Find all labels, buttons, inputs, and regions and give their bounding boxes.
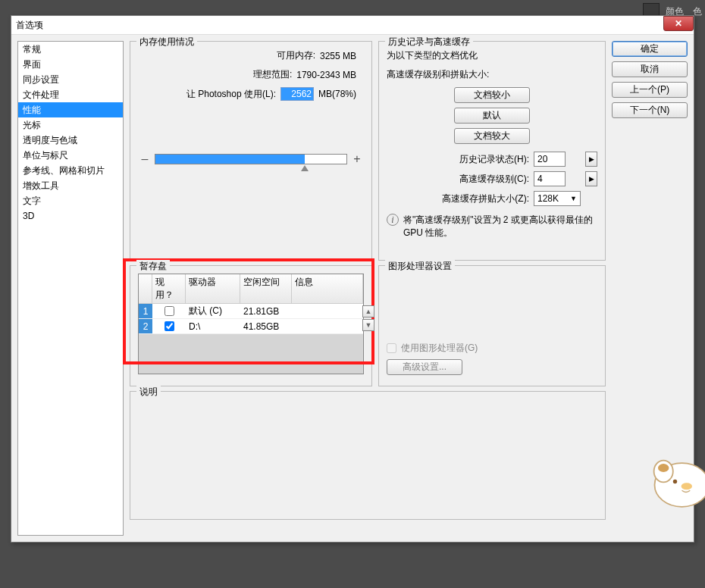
description-legend: 说明 bbox=[136, 386, 161, 399]
th-info[interactable]: 信息 bbox=[292, 274, 363, 303]
ok-button[interactable]: 确定 bbox=[612, 41, 688, 57]
row-number: 2 bbox=[139, 319, 152, 333]
table-row[interactable]: 2D:\41.85GB bbox=[139, 319, 363, 334]
cache-tile-value: 128K bbox=[537, 193, 559, 204]
row-space: 21.81GB bbox=[240, 306, 292, 317]
sidebar-item-11[interactable]: 3D bbox=[18, 208, 123, 224]
slider-fill bbox=[155, 155, 305, 164]
close-icon: ✕ bbox=[675, 18, 682, 29]
ideal-range-label: 理想范围: bbox=[253, 68, 292, 81]
move-down-button[interactable]: ▼ bbox=[362, 319, 374, 331]
memory-input[interactable] bbox=[280, 87, 314, 101]
history-states-spinner[interactable]: ▶ bbox=[585, 152, 597, 167]
chevron-down-icon: ▼ bbox=[570, 195, 577, 202]
th-active[interactable]: 现用？ bbox=[152, 274, 186, 303]
row-checkbox[interactable] bbox=[164, 306, 174, 316]
sidebar-item-7[interactable]: 单位与标尺 bbox=[18, 148, 123, 163]
cache-levels-label: 高速缓存级别(C): bbox=[387, 173, 529, 186]
available-ram-label: 可用内存: bbox=[277, 49, 315, 62]
slider-plus-icon[interactable]: + bbox=[352, 152, 362, 166]
row-space: 41.85GB bbox=[240, 321, 292, 332]
category-sidebar: 常规界面同步设置文件处理性能光标透明度与色域单位与标尺参考线、网格和切片增效工具… bbox=[17, 41, 124, 536]
move-up-button[interactable]: ▲ bbox=[362, 305, 374, 317]
scratch-disks-fieldset: 暂存盘 现用？ 驱动器 空闲空间 信息 1默认 (C)21.81GB2D:\41… bbox=[130, 265, 372, 386]
sidebar-item-3[interactable]: 文件处理 bbox=[18, 87, 123, 102]
cache-levels-spinner[interactable]: ▶ bbox=[585, 171, 597, 186]
sidebar-item-6[interactable]: 透明度与色域 bbox=[18, 133, 123, 148]
row-active-cell bbox=[152, 321, 186, 331]
available-ram-value: 3255 MB bbox=[320, 51, 356, 61]
history-states-label: 历史记录状态(H): bbox=[387, 153, 529, 166]
sidebar-item-1[interactable]: 界面 bbox=[18, 57, 123, 72]
gpu-legend: 图形处理器设置 bbox=[385, 260, 455, 273]
slider-minus-icon[interactable]: – bbox=[139, 152, 150, 166]
scratch-table: 现用？ 驱动器 空闲空间 信息 1默认 (C)21.81GB2D:\41.85G… bbox=[138, 274, 364, 374]
info-icon: i bbox=[387, 214, 399, 226]
cancel-button[interactable]: 取消 bbox=[612, 61, 688, 77]
cache-tile-combo[interactable]: 128K ▼ bbox=[534, 191, 581, 206]
row-number: 1 bbox=[139, 304, 152, 318]
sidebar-item-5[interactable]: 光标 bbox=[18, 117, 123, 133]
table-empty-area bbox=[139, 334, 363, 374]
doc-default-button[interactable]: 默认 bbox=[454, 108, 530, 124]
row-active-cell bbox=[152, 306, 186, 316]
gpu-advanced-button[interactable]: 高级设置... bbox=[387, 359, 462, 375]
sidebar-item-8[interactable]: 参考线、网格和切片 bbox=[18, 163, 123, 178]
memory-unit: MB(78%) bbox=[318, 89, 356, 99]
cache-tile-label: 高速缓存拼贴大小(Z): bbox=[387, 192, 529, 205]
th-free[interactable]: 空闲空间 bbox=[240, 274, 292, 303]
sidebar-item-10[interactable]: 文字 bbox=[18, 193, 123, 208]
preferences-dialog: 首选项 ✕ 常规界面同步设置文件处理性能光标透明度与色域单位与标尺参考线、网格和… bbox=[11, 15, 694, 543]
titlebar[interactable]: 首选项 ✕ bbox=[11, 16, 694, 35]
row-drive: D:\ bbox=[186, 321, 240, 332]
row-checkbox[interactable] bbox=[164, 321, 174, 331]
scratch-legend: 暂存盘 bbox=[136, 260, 170, 273]
prev-button[interactable]: 上一个(P) bbox=[612, 82, 688, 98]
sidebar-item-4[interactable]: 性能 bbox=[18, 102, 123, 117]
svg-point-4 bbox=[682, 483, 692, 489]
memory-slider[interactable] bbox=[155, 154, 347, 164]
use-gpu-checkbox[interactable] bbox=[387, 343, 396, 353]
dialog-title: 首选项 bbox=[16, 19, 689, 32]
description-fieldset: 说明 bbox=[130, 391, 606, 520]
gpu-fieldset: 图形处理器设置 使用图形处理器(G) 高级设置... bbox=[378, 265, 606, 386]
th-drive[interactable]: 驱动器 bbox=[186, 274, 240, 303]
ideal-range-value: 1790-2343 MB bbox=[296, 70, 356, 80]
next-button[interactable]: 下一个(N) bbox=[612, 102, 688, 118]
th-num[interactable] bbox=[139, 274, 152, 303]
memory-fieldset: 内存使用情况 可用内存: 3255 MB 理想范围: 1790-2343 MB … bbox=[130, 41, 372, 261]
sidebar-item-2[interactable]: 同步设置 bbox=[18, 72, 123, 87]
mascot-decoration bbox=[644, 444, 705, 512]
sidebar-item-0[interactable]: 常规 bbox=[18, 42, 123, 57]
history-states-input[interactable] bbox=[534, 152, 566, 167]
table-header: 现用？ 驱动器 空闲空间 信息 bbox=[139, 274, 363, 304]
cache-levels-input[interactable] bbox=[534, 171, 566, 186]
let-ps-use-label: 让 Photoshop 使用(L): bbox=[186, 88, 276, 101]
row-drive: 默认 (C) bbox=[186, 305, 240, 317]
memory-legend: 内存使用情况 bbox=[136, 36, 197, 48]
optimize-text1: 为以下类型的文档优化 bbox=[387, 49, 597, 62]
sidebar-item-9[interactable]: 增效工具 bbox=[18, 178, 123, 193]
table-row[interactable]: 1默认 (C)21.81GB bbox=[139, 304, 363, 319]
slider-thumb-icon[interactable] bbox=[301, 165, 309, 171]
doc-large-button[interactable]: 文档较大 bbox=[454, 128, 530, 144]
use-gpu-label: 使用图形处理器(G) bbox=[401, 342, 478, 355]
optimize-text2: 高速缓存级别和拼贴大小: bbox=[387, 68, 597, 81]
cache-info-text: 将"高速缓存级别"设置为 2 或更高以获得最佳的 GPU 性能。 bbox=[403, 214, 597, 239]
history-legend: 历史记录与高速缓存 bbox=[385, 36, 473, 48]
svg-point-3 bbox=[673, 480, 677, 483]
doc-small-button[interactable]: 文档较小 bbox=[454, 87, 530, 103]
close-button[interactable]: ✕ bbox=[663, 16, 694, 31]
svg-point-2 bbox=[658, 464, 669, 472]
history-cache-fieldset: 历史记录与高速缓存 为以下类型的文档优化 高速缓存级别和拼贴大小: 文档较小 默… bbox=[378, 41, 606, 261]
